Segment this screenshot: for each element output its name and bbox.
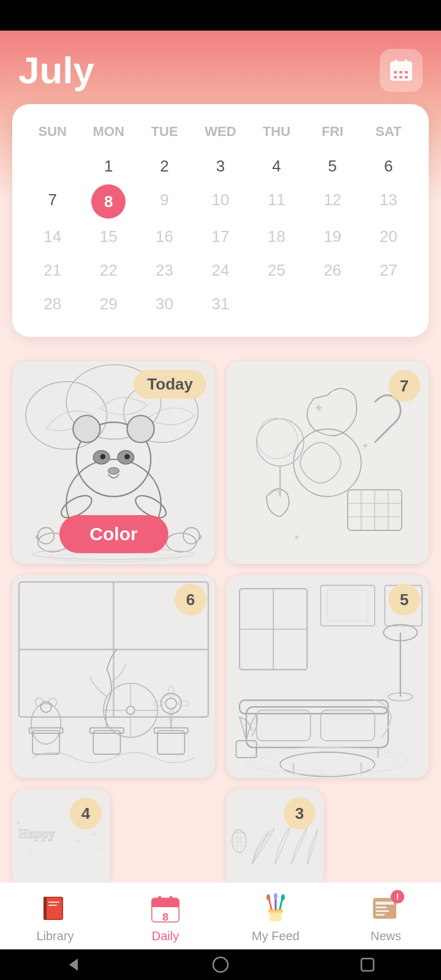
cal-day-9[interactable]: 9 [137, 184, 192, 219]
cal-day-10[interactable]: 10 [192, 184, 248, 219]
svg-rect-110 [46, 898, 62, 919]
cal-day-7[interactable]: 7 [24, 184, 80, 219]
cal-day-31[interactable]: 31 [192, 288, 248, 320]
coloring-card-day6[interactable]: 6 [12, 575, 215, 778]
cal-day-23[interactable]: 23 [137, 255, 192, 286]
svg-point-135 [213, 957, 228, 972]
cal-day-3[interactable]: 3 [192, 151, 248, 182]
svg-rect-111 [43, 897, 47, 920]
recent-apps-button[interactable] [354, 951, 381, 978]
svg-point-21 [124, 454, 130, 459]
calendar-daily-icon: 8 JUL [148, 891, 183, 925]
coloring-card-day4[interactable]: Happy ★ ★ ★ ★ 4 [12, 789, 110, 887]
col-sat: SAT [361, 119, 417, 145]
svg-point-16 [73, 415, 100, 442]
cal-day-13[interactable]: 13 [361, 184, 417, 219]
month-title: July [18, 51, 94, 89]
cal-day-12[interactable]: 12 [304, 184, 360, 219]
col-sun: SUN [24, 119, 80, 145]
coloring-card-today[interactable]: Today Color [12, 361, 215, 564]
cal-day-14[interactable]: 14 [24, 221, 80, 252]
cal-day-18[interactable]: 18 [249, 221, 304, 252]
svg-rect-120 [170, 896, 173, 902]
svg-rect-113 [48, 905, 57, 906]
cal-day-27[interactable]: 27 [361, 255, 417, 286]
cal-day-20[interactable]: 20 [361, 221, 417, 252]
svg-text:JUL: JUL [160, 907, 171, 913]
svg-text:✦: ✦ [314, 401, 324, 415]
cal-day-28[interactable]: 28 [24, 288, 80, 320]
col-fri: FRI [304, 119, 360, 145]
cal-day-17[interactable]: 17 [192, 221, 248, 252]
svg-rect-3 [405, 59, 407, 64]
cal-day-2[interactable]: 2 [137, 151, 192, 182]
home-button[interactable] [207, 951, 234, 978]
col-wed: WED [192, 119, 248, 145]
coloring-card-day5[interactable]: 5 [226, 575, 429, 778]
svg-rect-132 [375, 910, 389, 912]
cal-day-6[interactable]: 6 [361, 151, 417, 182]
svg-text:★: ★ [29, 850, 32, 856]
cal-day-21[interactable]: 21 [24, 255, 80, 286]
cal-day-11[interactable]: 11 [249, 184, 304, 219]
col-mon: MON [80, 119, 136, 145]
col-tue: TUE [137, 119, 192, 145]
cal-day-15[interactable]: 15 [80, 221, 136, 252]
svg-text:✦: ✦ [361, 440, 369, 451]
svg-rect-5 [399, 71, 402, 74]
nav-item-daily[interactable]: 8 JUL Daily [129, 891, 202, 943]
header: July [0, 31, 441, 104]
cal-day-8-selected[interactable]: 8 [91, 184, 126, 219]
cal-day-26[interactable]: 26 [304, 255, 360, 286]
coloring-card-day3[interactable]: 3 [226, 789, 324, 887]
cal-day-5[interactable]: 5 [304, 151, 360, 182]
cal-day-4[interactable]: 4 [249, 151, 304, 182]
cal-day-19[interactable]: 19 [304, 221, 360, 252]
cal-day-24[interactable]: 24 [192, 255, 248, 286]
cal-day-25[interactable]: 25 [249, 255, 304, 286]
cal-day-empty3 [304, 288, 360, 320]
cal-day-empty4 [361, 288, 417, 320]
news-icon: ! [369, 891, 403, 925]
svg-point-17 [127, 415, 154, 442]
nav-label-news: News [371, 929, 401, 943]
cal-day-empty2 [249, 288, 304, 320]
svg-rect-1 [390, 61, 412, 69]
svg-rect-136 [361, 959, 374, 971]
svg-text:✦: ✦ [293, 533, 300, 542]
nav-item-news[interactable]: ! News [349, 891, 423, 943]
paint-brushes-icon [258, 891, 293, 925]
badge-3: 3 [284, 797, 315, 829]
calendar-icon-button[interactable] [380, 49, 423, 92]
cal-day-30[interactable]: 30 [137, 288, 192, 320]
cal-day-29[interactable]: 29 [80, 288, 136, 320]
svg-rect-119 [158, 896, 161, 902]
svg-point-20 [100, 454, 105, 459]
coloring-card-day7[interactable]: ✦ ✦ ✦ 7 [226, 361, 429, 564]
back-button[interactable] [60, 951, 87, 978]
cal-day-16[interactable]: 16 [137, 221, 192, 252]
svg-rect-9 [405, 76, 408, 78]
nav-item-myfeed[interactable]: My Feed [239, 891, 312, 943]
svg-rect-6 [405, 71, 408, 74]
svg-rect-130 [375, 902, 394, 905]
badge-6: 6 [175, 584, 206, 616]
cal-day-1[interactable]: 1 [80, 151, 136, 182]
calendar-container: SUN MON TUE WED THU FRI SAT 1 2 3 4 5 6 … [0, 104, 441, 349]
svg-rect-2 [395, 59, 398, 64]
color-button[interactable]: Color [59, 515, 168, 553]
badge-4: 4 [70, 797, 102, 829]
svg-rect-131 [375, 907, 386, 908]
col-thu: THU [249, 119, 304, 145]
cal-day-22[interactable]: 22 [80, 255, 136, 286]
svg-text:8: 8 [162, 911, 168, 923]
nav-label-library: Library [36, 929, 74, 943]
status-bar [0, 0, 441, 31]
svg-text:Happy: Happy [19, 827, 55, 841]
svg-rect-4 [394, 71, 397, 74]
book-icon [38, 891, 72, 925]
nav-item-library[interactable]: Library [18, 891, 92, 943]
nav-label-daily: Daily [152, 929, 179, 943]
svg-point-126 [274, 893, 277, 899]
cal-day-empty [24, 151, 80, 182]
